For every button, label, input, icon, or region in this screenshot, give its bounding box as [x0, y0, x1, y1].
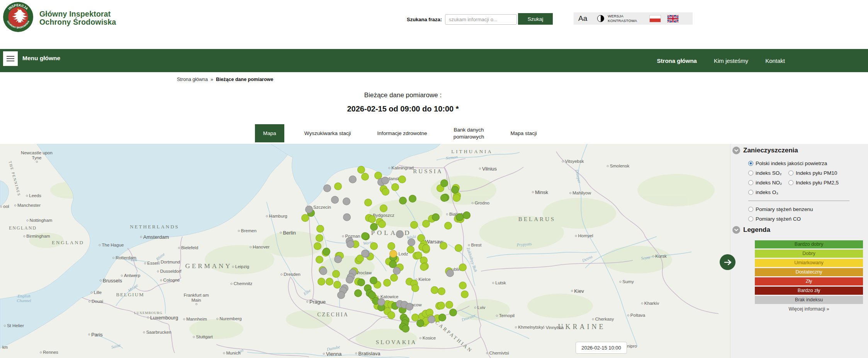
station-dot[interactable] [431, 286, 438, 294]
station-dot[interactable] [396, 230, 404, 238]
station-dot[interactable] [314, 242, 321, 250]
nav-link-kontakt[interactable]: Kontakt [765, 57, 785, 64]
station-dot[interactable] [331, 196, 339, 204]
station-dot[interactable] [305, 206, 313, 213]
station-dot[interactable] [378, 220, 386, 228]
station-dot[interactable] [382, 188, 389, 196]
station-dot[interactable] [334, 182, 342, 190]
station-dot[interactable] [323, 184, 331, 192]
font-size-button[interactable]: Aa [578, 14, 587, 23]
station-dot[interactable] [357, 166, 365, 174]
station-dot[interactable] [370, 223, 378, 231]
station-dot[interactable] [337, 291, 345, 299]
station-dot[interactable] [318, 278, 325, 285]
station-dot[interactable] [422, 244, 430, 252]
sidebar-collapse-button[interactable] [720, 254, 736, 270]
station-dot[interactable] [343, 213, 351, 221]
station-dot[interactable] [387, 311, 395, 319]
station-dot[interactable] [428, 316, 435, 323]
station-dot[interactable] [414, 252, 422, 259]
menu-toggle-button[interactable] [3, 51, 18, 66]
contrast-label[interactable]: WERSJA KONTRASTOWA [608, 14, 643, 23]
station-dot[interactable] [364, 199, 372, 206]
radio-pomiary-co[interactable]: Pomiary stężeń CO [748, 214, 801, 224]
station-dot[interactable] [361, 173, 369, 181]
station-dot[interactable] [323, 248, 330, 255]
station-dot[interactable] [334, 255, 342, 263]
station-dot[interactable] [406, 303, 413, 311]
station-dot[interactable] [357, 279, 365, 286]
radio-polski-indeks[interactable]: Polski indeks jakości powietrza [748, 159, 827, 168]
station-dot[interactable] [409, 195, 416, 203]
station-dot[interactable] [387, 242, 395, 250]
station-dot[interactable] [389, 250, 397, 258]
station-dot[interactable] [326, 278, 333, 285]
station-dot[interactable] [432, 213, 440, 221]
station-dot[interactable] [455, 244, 462, 252]
station-dot[interactable] [316, 225, 324, 233]
station-dot[interactable] [343, 198, 350, 205]
station-dot[interactable] [463, 211, 471, 219]
station-dot[interactable] [381, 177, 389, 184]
station-dot[interactable] [383, 279, 391, 287]
tab-mapa-stacji[interactable]: Mapa stacji [504, 124, 543, 142]
station-dot[interactable] [393, 267, 401, 275]
station-dot[interactable] [316, 234, 323, 242]
tab-bank-danych-pomiarowych[interactable]: Bank danych pomiarowych [447, 124, 491, 142]
search-button[interactable]: Szukaj [518, 13, 553, 25]
station-dot[interactable] [399, 197, 407, 204]
air-quality-map[interactable]: ENGLANDENGLANDNETHERLANDSBELGIUMGERMANYL… [0, 144, 730, 358]
station-dot[interactable] [459, 282, 467, 289]
station-dot[interactable] [445, 301, 453, 309]
more-info-link[interactable]: Więcej informacji » [755, 306, 863, 312]
station-dot[interactable] [407, 246, 414, 253]
station-dot[interactable] [453, 194, 460, 202]
station-dot[interactable] [420, 263, 428, 271]
station-dot[interactable] [444, 222, 452, 230]
station-dot[interactable] [440, 194, 448, 202]
station-dot[interactable] [347, 240, 354, 248]
station-dot[interactable] [398, 176, 406, 183]
station-dot[interactable] [449, 309, 457, 316]
station-dot[interactable] [370, 242, 378, 250]
station-dot[interactable] [440, 179, 448, 187]
menu-label[interactable]: Menu główne [22, 49, 60, 68]
radio-indeks-pm10[interactable]: Indeks pyłu PM10 [788, 168, 837, 178]
radio-indeks-o3[interactable]: indeks O₃ [748, 187, 778, 197]
station-dot[interactable] [461, 290, 469, 298]
station-dot[interactable] [408, 238, 415, 246]
station-dot[interactable] [361, 232, 369, 240]
chevron-down-icon[interactable] [732, 147, 740, 154]
chevron-down-icon[interactable] [732, 226, 740, 234]
contrast-icon[interactable] [597, 15, 604, 22]
english-flag-icon[interactable] [667, 15, 679, 22]
polish-flag-icon[interactable] [649, 15, 661, 22]
station-dot[interactable] [438, 314, 446, 321]
station-dot[interactable] [438, 287, 445, 295]
nav-link-kim-jeste-my[interactable]: Kim jesteśmy [714, 57, 748, 64]
radio-indeks-pm25[interactable]: Indeks pyłu PM2,5 [788, 178, 839, 187]
station-dot[interactable] [361, 250, 369, 257]
station-dot[interactable] [456, 213, 464, 221]
station-dot[interactable] [391, 183, 399, 191]
station-dot[interactable] [377, 298, 385, 306]
station-dot[interactable] [354, 289, 362, 297]
station-dot[interactable] [411, 284, 419, 292]
search-input[interactable] [445, 14, 517, 25]
tab-mapa[interactable]: Mapa [255, 124, 284, 142]
tab-wyszukiwarka-stacji[interactable]: Wyszukiwarka stacji [298, 124, 357, 142]
nav-link-strona-g-wna[interactable]: Strona główna [657, 57, 697, 64]
station-dot[interactable] [390, 274, 398, 282]
station-dot[interactable] [368, 215, 376, 223]
station-dot[interactable] [410, 221, 418, 229]
radio-pomiary-benzenu[interactable]: Pomiary stężeń benzenu [748, 204, 813, 214]
station-dot[interactable] [380, 204, 387, 212]
station-dot[interactable] [370, 277, 377, 284]
station-dot[interactable] [459, 263, 467, 271]
station-dot[interactable] [349, 176, 357, 183]
station-dot[interactable] [416, 319, 424, 327]
radio-indeks-so2[interactable]: indeks SO₂ [748, 168, 788, 178]
station-dot[interactable] [440, 242, 447, 250]
station-dot[interactable] [446, 269, 454, 277]
station-dot[interactable] [319, 267, 327, 275]
